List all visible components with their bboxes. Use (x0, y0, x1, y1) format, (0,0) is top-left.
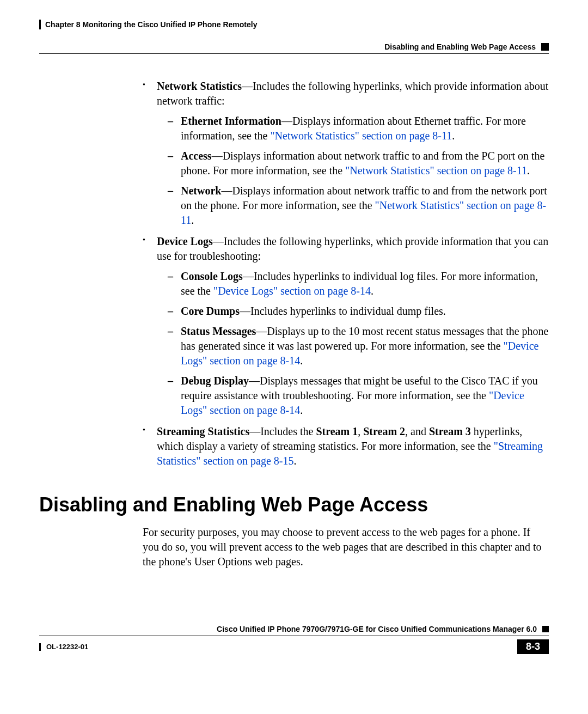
bullet-term: Network (181, 185, 221, 197)
bullet-text: . (527, 164, 530, 176)
bullet-term: Console Logs (181, 270, 243, 282)
page: Chapter 8 Monitoring the Cisco Unified I… (0, 0, 588, 714)
running-header-right: Disabling and Enabling Web Page Access (39, 33, 549, 51)
bullet-text: . (300, 404, 303, 416)
bullet-text: . (191, 214, 194, 226)
bullet-text: . (452, 130, 455, 142)
section-heading: Disabling and Enabling Web Page Access (39, 493, 549, 516)
bullet-term: Device Logs (157, 235, 213, 247)
bullet-text: , and (405, 425, 429, 437)
bullet-text: —Includes the following hyperlinks, whic… (157, 235, 548, 262)
stream-name: Stream 1 (316, 425, 358, 437)
bullet-list-level2: Console Logs—Includes hyperlinks to indi… (157, 269, 549, 418)
list-item: Ethernet Information—Displays informatio… (168, 114, 549, 143)
bullet-term: Network Statistics (157, 80, 242, 92)
stream-name: Stream 3 (429, 425, 471, 437)
page-number: 8-3 (517, 639, 549, 654)
bullet-text: . (300, 355, 303, 367)
vertical-rule-icon (39, 20, 41, 29)
cross-reference-link[interactable]: "Network Statistics" section on page 8-1… (345, 164, 527, 176)
list-item: Console Logs—Includes hyperlinks to indi… (168, 269, 549, 298)
list-item: Debug Display—Displays messages that mig… (168, 374, 549, 418)
bullet-text: . (293, 455, 296, 467)
cross-reference-link[interactable]: "Device Logs" section on page 8-14 (213, 285, 371, 297)
bullet-text: , (358, 425, 363, 437)
bullet-term: Status Messages (181, 325, 256, 337)
bullet-text: —Includes hyperlinks to individual dump … (240, 305, 446, 317)
square-icon (541, 43, 549, 51)
footer-left: OL-12232-01 (39, 643, 88, 651)
footer-rule (39, 636, 549, 636)
square-icon (542, 626, 549, 632)
list-item: Status Messages—Displays up to the 10 mo… (168, 324, 549, 368)
list-item: Streaming Statistics—Includes the Stream… (143, 424, 549, 468)
bullet-list-level1: Network Statistics—Includes the followin… (143, 79, 549, 468)
chapter-label: Chapter 8 Monitoring the Cisco Unified I… (45, 20, 257, 29)
list-item: Access—Displays information about networ… (168, 149, 549, 178)
list-item: Device Logs—Includes the following hyper… (143, 234, 549, 418)
body-paragraph: For security purposes, you may choose to… (39, 525, 549, 569)
bullet-text: —Includes the (249, 425, 316, 437)
stream-name: Stream 2 (363, 425, 405, 437)
bullet-term: Access (181, 150, 212, 162)
vertical-rule-icon (39, 643, 41, 651)
page-footer: Cisco Unified IP Phone 7970G/7971G-GE fo… (39, 625, 549, 654)
bullet-term: Core Dumps (181, 305, 240, 317)
footer-title: Cisco Unified IP Phone 7970G/7971G-GE fo… (217, 625, 537, 633)
cross-reference-link[interactable]: "Network Statistics" section on page 8-1… (270, 130, 452, 142)
bullet-term: Streaming Statistics (157, 425, 249, 437)
footer-title-row: Cisco Unified IP Phone 7970G/7971G-GE fo… (39, 625, 549, 633)
bullet-term: Ethernet Information (181, 115, 281, 127)
bullet-text: . (371, 285, 373, 297)
running-header: Chapter 8 Monitoring the Cisco Unified I… (39, 20, 549, 29)
list-item: Network Statistics—Includes the followin… (143, 79, 549, 228)
content-block: Network Statistics—Includes the followin… (39, 79, 549, 468)
list-item: Core Dumps—Includes hyperlinks to indivi… (168, 304, 549, 319)
bullet-term: Debug Display (181, 375, 249, 387)
running-header-left: Chapter 8 Monitoring the Cisco Unified I… (39, 20, 257, 29)
section-label: Disabling and Enabling Web Page Access (384, 42, 536, 51)
footer-bottom-row: OL-12232-01 8-3 (39, 639, 549, 654)
document-id: OL-12232-01 (46, 643, 88, 651)
list-item: Network—Displays information about netwo… (168, 184, 549, 228)
bullet-list-level2: Ethernet Information—Displays informatio… (157, 114, 549, 228)
header-rule (39, 53, 549, 54)
